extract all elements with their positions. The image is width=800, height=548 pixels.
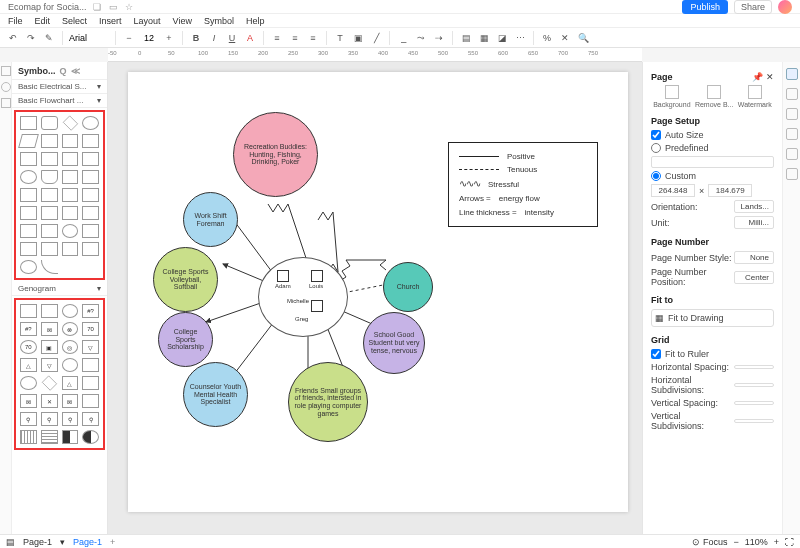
menu-view[interactable]: View [173, 16, 192, 26]
unit-select[interactable]: Milli... [734, 216, 774, 229]
shape[interactable] [62, 134, 79, 148]
fullscreen-icon[interactable]: ⛶ [785, 537, 794, 547]
zoom-out[interactable]: − [733, 537, 738, 547]
conn1-icon[interactable]: ⎯ [396, 31, 410, 45]
zoom-level[interactable]: 110% [745, 537, 768, 547]
add-page[interactable]: + [110, 537, 115, 547]
publish-button[interactable]: Publish [682, 0, 728, 14]
menu-layout[interactable]: Layout [134, 16, 161, 26]
shape[interactable]: ◎ [62, 340, 79, 354]
bold-icon[interactable]: B [189, 31, 203, 45]
remove-bg-btn[interactable]: Remove B... [695, 85, 734, 108]
outline-icon[interactable]: ▤ [6, 537, 15, 547]
share-button[interactable]: Share [734, 0, 772, 14]
vsub[interactable] [734, 419, 774, 423]
rtab-more[interactable] [786, 168, 798, 180]
vspacing[interactable] [734, 401, 774, 405]
shape[interactable] [41, 304, 58, 318]
shape[interactable] [82, 206, 99, 220]
zoom-in[interactable]: + [774, 537, 779, 547]
shape[interactable]: #? [20, 322, 37, 336]
more-icon[interactable]: ⋯ [513, 31, 527, 45]
star-icon[interactable]: ☆ [125, 2, 135, 12]
font-size[interactable] [140, 33, 158, 43]
shape[interactable]: ⚲ [41, 412, 58, 426]
menu-help[interactable]: Help [246, 16, 265, 26]
fam-louis[interactable] [311, 270, 323, 282]
shape[interactable]: ▣ [41, 340, 58, 354]
fam-adam[interactable] [277, 270, 289, 282]
shape[interactable] [82, 134, 99, 148]
avatar[interactable] [778, 0, 792, 14]
shape[interactable]: ⚲ [82, 412, 99, 426]
line-icon[interactable]: ╱ [369, 31, 383, 45]
shape[interactable] [41, 430, 58, 444]
save-icon[interactable]: ❏ [93, 2, 103, 12]
node-recreation[interactable]: Recreation Buddies: Hunting, Fishing, Dr… [233, 112, 318, 197]
align-right-icon[interactable]: ≡ [306, 31, 320, 45]
search-icon[interactable]: 🔍 [576, 31, 590, 45]
background-btn[interactable]: Background [653, 85, 690, 108]
shape[interactable] [41, 224, 58, 238]
shape[interactable]: ⊗ [62, 322, 79, 336]
shape[interactable]: △ [62, 376, 79, 390]
shape[interactable] [82, 358, 99, 372]
section-flowchart[interactable]: Basic Flowchart ...▾ [12, 94, 107, 108]
node-friends[interactable]: Friends Small groups of friends, interst… [288, 362, 368, 442]
width-field[interactable]: 264.848 [651, 184, 695, 197]
shape[interactable] [82, 170, 99, 184]
undo-icon[interactable]: ↶ [6, 31, 20, 45]
shape[interactable] [82, 376, 99, 390]
shape[interactable]: 70 [82, 322, 99, 336]
predefined-radio[interactable] [651, 143, 661, 153]
shape[interactable] [82, 394, 99, 408]
shape[interactable] [41, 152, 58, 166]
shape[interactable] [20, 188, 37, 202]
italic-icon[interactable]: I [207, 31, 221, 45]
node-collegesports[interactable]: College Sports Volleyball, Softball [153, 247, 218, 312]
pagenum-pos[interactable]: Center [734, 271, 774, 284]
page-tab[interactable]: Page-1 [73, 537, 102, 547]
pagenum-style[interactable]: None [734, 251, 774, 264]
shape[interactable] [62, 206, 79, 220]
align-center-icon[interactable]: ≡ [288, 31, 302, 45]
shape[interactable] [41, 134, 58, 148]
close-icon[interactable]: ✕ [766, 72, 774, 82]
shape[interactable] [41, 242, 58, 256]
shape[interactable]: ⊠ [62, 394, 79, 408]
shape[interactable] [41, 206, 58, 220]
ratio-icon[interactable]: % [540, 31, 554, 45]
family-circle[interactable]: Adam Louis Michelle Greg [258, 257, 348, 337]
text-icon[interactable]: T [333, 31, 347, 45]
shape[interactable] [41, 188, 58, 202]
section-electrical[interactable]: Basic Electrical S...▾ [12, 80, 107, 94]
shape[interactable]: 70 [20, 340, 37, 354]
shape[interactable] [82, 242, 99, 256]
menu-file[interactable]: File [8, 16, 23, 26]
shape[interactable] [62, 242, 79, 256]
redo-icon[interactable]: ↷ [24, 31, 38, 45]
shape[interactable] [18, 134, 39, 148]
shape[interactable] [20, 430, 37, 444]
fit-drawing-btn[interactable]: Fit to Drawing [668, 313, 724, 323]
fill-icon[interactable]: ▣ [351, 31, 365, 45]
menu-edit[interactable]: Edit [35, 16, 51, 26]
shape[interactable] [42, 375, 57, 390]
shape[interactable] [20, 224, 37, 238]
shape[interactable] [41, 260, 58, 274]
canvas-area[interactable]: Recreation Buddies: Hunting, Fishing, Dr… [108, 62, 642, 534]
shape[interactable] [62, 430, 79, 444]
shape[interactable]: ⚲ [62, 412, 79, 426]
rail-btn[interactable] [1, 98, 11, 108]
watermark-btn[interactable]: Watermark [738, 85, 772, 108]
shape[interactable] [20, 242, 37, 256]
group-icon[interactable]: ▦ [477, 31, 491, 45]
pin-icon[interactable]: 📌 [752, 72, 763, 82]
node-workshift[interactable]: Work Shift Foreman [183, 192, 238, 247]
shape[interactable] [82, 224, 99, 238]
conn2-icon[interactable]: ⤳ [414, 31, 428, 45]
rtab-layers[interactable] [786, 108, 798, 120]
shape[interactable] [20, 152, 37, 166]
rtab-theme[interactable] [786, 88, 798, 100]
shape[interactable]: △ [20, 358, 37, 372]
